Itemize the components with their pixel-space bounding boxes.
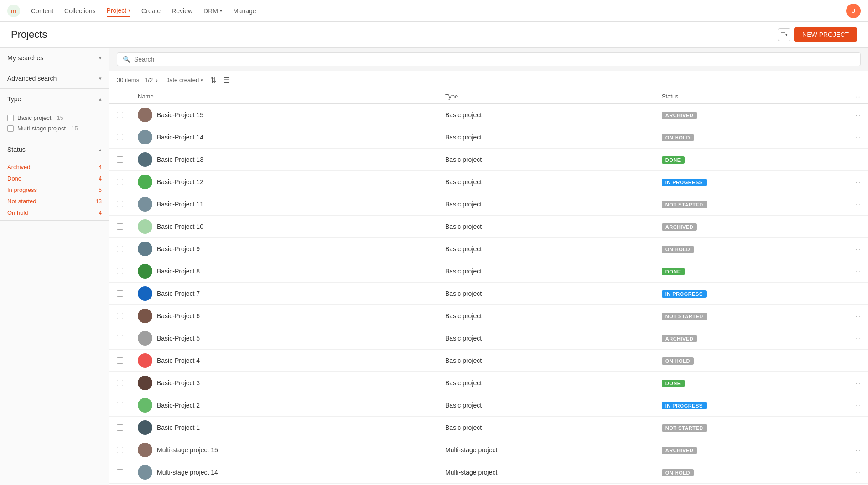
row-actions-icon[interactable]: ··· [855, 335, 861, 342]
my-searches-header[interactable]: My searches ▾ [0, 48, 109, 68]
nav-content[interactable]: Content [31, 5, 53, 16]
table-row: Basic-Project 8 Basic project DONE ··· [109, 260, 868, 283]
row-actions-icon[interactable]: ··· [855, 290, 861, 297]
row-checkbox[interactable] [117, 134, 123, 140]
project-name: Basic-Project 15 [157, 111, 203, 119]
select-dropdown-btn[interactable]: ☐ ▾ [778, 28, 790, 41]
nav-project[interactable]: Project ▾ [107, 5, 131, 17]
row-checkbox[interactable] [117, 156, 123, 163]
user-avatar[interactable]: U [846, 4, 861, 18]
row-actions-icon[interactable]: ··· [855, 469, 861, 476]
top-nav: m Content Collections Project ▾ Create R… [0, 0, 868, 22]
row-type-cell: Basic project [438, 260, 655, 283]
row-actions-cell: ··· [848, 439, 868, 461]
content-area: 🔍 30 items 1/2 › Date created ▾ ⇅ ☰ [109, 48, 868, 485]
row-actions-icon[interactable]: ··· [855, 312, 861, 320]
next-page-button[interactable]: › [156, 77, 158, 84]
row-checkbox-cell [109, 126, 130, 149]
status-not-started[interactable]: Not started 13 [7, 196, 102, 207]
row-actions-icon[interactable]: ··· [855, 446, 861, 454]
sort-button[interactable]: Date created ▾ [163, 75, 205, 85]
row-status-cell: NOT STARTED [655, 417, 848, 439]
row-name: Basic-Project 12 [138, 175, 431, 189]
row-actions-icon[interactable]: ··· [855, 201, 861, 208]
row-checkbox-cell [109, 149, 130, 171]
row-actions-cell: ··· [848, 149, 868, 171]
row-checkbox[interactable] [117, 313, 123, 319]
nav-logo[interactable]: m [7, 5, 20, 17]
new-project-button[interactable]: NEW PROJECT [794, 27, 857, 42]
table-row: Basic-Project 1 Basic project NOT STARTE… [109, 417, 868, 439]
basic-project-checkbox[interactable] [7, 115, 14, 121]
row-checkbox[interactable] [117, 223, 123, 230]
row-type-cell: Basic project [438, 126, 655, 149]
status-in-progress[interactable]: In progress 5 [7, 184, 102, 196]
row-actions-icon[interactable]: ··· [855, 379, 861, 387]
status-filter-header[interactable]: Status ▴ [0, 139, 109, 160]
row-type-cell: Basic project [438, 305, 655, 327]
row-status-cell: ARCHIVED [655, 216, 848, 238]
advanced-search-header[interactable]: Advanced search ▾ [0, 68, 109, 88]
row-checkbox[interactable] [117, 268, 123, 274]
project-type: Basic project [445, 111, 482, 119]
row-checkbox[interactable] [117, 447, 123, 453]
row-checkbox[interactable] [117, 357, 123, 364]
row-type-cell: Basic project [438, 350, 655, 372]
search-input[interactable] [134, 56, 855, 63]
row-actions-cell: ··· [848, 372, 868, 394]
table-row: Basic-Project 4 Basic project ON HOLD ··… [109, 350, 868, 372]
projects-table: Name Type Status ··· Basic-Project 15 Ba… [109, 89, 868, 485]
row-actions-icon[interactable]: ··· [855, 134, 861, 141]
type-filter-header[interactable]: Type ▴ [0, 89, 109, 109]
status-badge: NOT STARTED [662, 201, 707, 208]
project-type: Multi-stage project [445, 446, 497, 454]
search-bar: 🔍 [109, 48, 868, 71]
row-actions-icon[interactable]: ··· [855, 268, 861, 275]
status-archived[interactable]: Archived 4 [7, 161, 102, 173]
table-row: Basic-Project 3 Basic project DONE ··· [109, 372, 868, 394]
row-actions-icon[interactable]: ··· [855, 424, 861, 431]
row-checkbox[interactable] [117, 424, 123, 431]
status-done[interactable]: Done 4 [7, 173, 102, 184]
status-badge: DONE [662, 268, 685, 275]
row-name: Basic-Project 14 [138, 130, 431, 144]
row-actions-icon[interactable]: ··· [855, 156, 861, 163]
row-checkbox[interactable] [117, 402, 123, 408]
row-name: Basic-Project 3 [138, 376, 431, 390]
sort-order-icon[interactable]: ⇅ [210, 76, 216, 84]
row-checkbox[interactable] [117, 112, 123, 118]
nav-drm[interactable]: DRM ▾ [203, 5, 222, 16]
row-actions-icon[interactable]: ··· [855, 402, 861, 409]
nav-create[interactable]: Create [141, 5, 161, 16]
nav-collections[interactable]: Collections [64, 5, 95, 16]
status-on-hold[interactable]: On hold 4 [7, 207, 102, 218]
multistage-project-checkbox[interactable] [7, 125, 14, 132]
row-actions-icon[interactable]: ··· [855, 178, 861, 186]
type-filter-label: Type [7, 95, 21, 103]
row-checkbox-cell [109, 372, 130, 394]
project-name: Basic-Project 1 [157, 424, 200, 431]
project-type: Basic project [445, 402, 482, 409]
row-checkbox[interactable] [117, 179, 123, 185]
list-view-icon[interactable]: ☰ [223, 76, 230, 84]
row-checkbox[interactable] [117, 290, 123, 297]
nav-review[interactable]: Review [172, 5, 192, 16]
row-actions-icon[interactable]: ··· [855, 223, 861, 230]
row-checkbox[interactable] [117, 335, 123, 341]
row-status-cell: ON HOLD [655, 126, 848, 149]
nav-manage[interactable]: Manage [233, 5, 256, 16]
row-actions-icon[interactable]: ··· [855, 357, 861, 364]
row-checkbox[interactable] [117, 246, 123, 252]
row-actions-icon[interactable]: ··· [855, 111, 861, 119]
row-name-cell: Basic-Project 3 [130, 372, 438, 394]
row-checkbox[interactable] [117, 201, 123, 207]
project-name: Basic-Project 6 [157, 312, 200, 320]
row-type-cell: Multi-stage project [438, 461, 655, 484]
row-checkbox[interactable] [117, 380, 123, 386]
row-checkbox[interactable] [117, 469, 123, 475]
project-type: Basic project [445, 335, 482, 342]
row-actions-cell: ··· [848, 394, 868, 417]
row-checkbox-cell [109, 238, 130, 260]
row-actions-icon[interactable]: ··· [855, 245, 861, 253]
row-checkbox-cell [109, 283, 130, 305]
